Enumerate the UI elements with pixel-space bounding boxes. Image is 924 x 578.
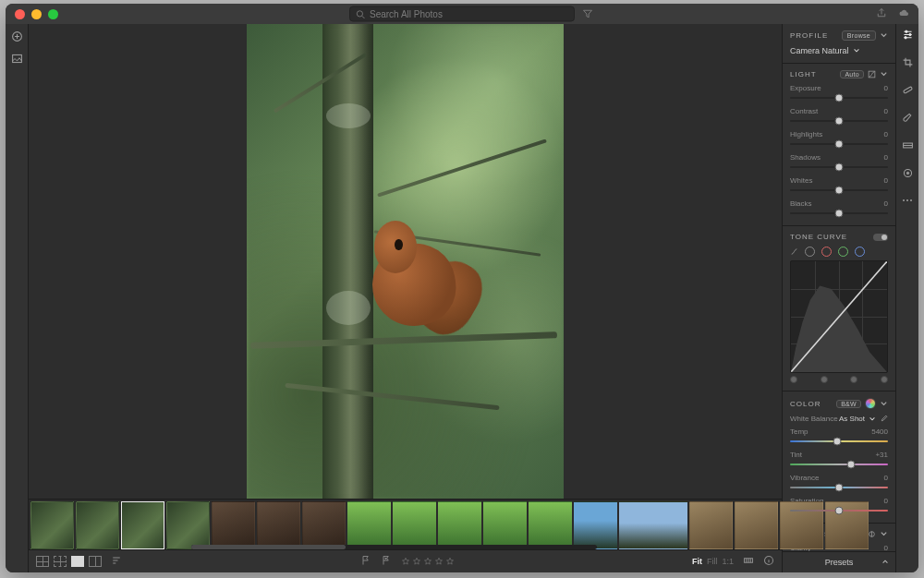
parametric-curve-icon[interactable]: [790, 247, 798, 256]
slider-whites[interactable]: [790, 186, 888, 195]
film-strip-icon: [743, 555, 754, 566]
more-tools-button[interactable]: [901, 194, 914, 207]
tonecurve-toggle[interactable]: [873, 234, 888, 241]
light-auto-button[interactable]: Auto: [840, 70, 864, 78]
thumbnail[interactable]: [483, 501, 527, 549]
brush-tool-button[interactable]: [901, 111, 914, 124]
thumbnail[interactable]: [302, 501, 346, 549]
chevron-down-icon[interactable]: [880, 70, 888, 78]
star-icon[interactable]: [445, 557, 455, 566]
star-icon[interactable]: [401, 557, 410, 566]
filmstrip[interactable]: [29, 499, 782, 549]
svg-point-9: [908, 33, 910, 35]
flag-pick-button[interactable]: [360, 555, 371, 568]
share-button[interactable]: [876, 7, 887, 20]
thumbnail[interactable]: [212, 501, 255, 549]
thumbnail[interactable]: [257, 501, 300, 549]
profile-value[interactable]: Camera Natural: [790, 46, 849, 55]
chevron-down-icon[interactable]: [880, 530, 888, 538]
slider-label-blacks: Blacks: [790, 199, 812, 208]
photo-grid-view-button[interactable]: [36, 556, 49, 567]
bottom-bar: Fit Fill 1:1: [29, 549, 782, 572]
thumbnail[interactable]: [166, 501, 210, 549]
thumbnail-selected[interactable]: [121, 501, 164, 549]
thumbnail[interactable]: [574, 501, 617, 549]
sort-icon: [111, 555, 122, 566]
tone-curve-editor[interactable]: [790, 260, 888, 373]
my-photos-button[interactable]: [10, 52, 23, 65]
eyedropper-icon[interactable]: [880, 415, 888, 423]
edit-tool-button[interactable]: [901, 28, 914, 41]
slider-shadows[interactable]: [790, 163, 888, 172]
detail-view-button[interactable]: [71, 556, 84, 567]
close-window-button[interactable]: [15, 9, 25, 19]
color-bw-button[interactable]: B&W: [836, 400, 861, 408]
crop-tool-button[interactable]: [901, 55, 914, 68]
slider-contrast[interactable]: [790, 116, 888, 126]
slider-highlights[interactable]: [790, 139, 888, 149]
thumbnail[interactable]: [619, 501, 687, 549]
split-tone-icon[interactable]: [868, 530, 876, 538]
thumbnail[interactable]: [30, 501, 74, 549]
chevron-down-icon[interactable]: [880, 31, 888, 40]
star-icon[interactable]: [434, 557, 444, 566]
curve-channel-green[interactable]: [838, 247, 848, 257]
chevron-down-icon[interactable]: [869, 415, 876, 423]
thumbnail[interactable]: [529, 501, 572, 549]
linear-gradient-tool-button[interactable]: [901, 138, 914, 151]
heal-tool-button[interactable]: [901, 83, 914, 96]
star-icon[interactable]: [423, 557, 432, 566]
thumbnail[interactable]: [689, 501, 733, 549]
info-button[interactable]: [763, 555, 774, 568]
zoom-window-button[interactable]: [48, 9, 58, 19]
white-balance-value[interactable]: As Shot: [839, 415, 865, 423]
color-mixer-button[interactable]: [865, 398, 876, 409]
presets-button[interactable]: Presets: [783, 551, 895, 572]
add-photos-button[interactable]: [10, 30, 23, 42]
curve-region-highlights[interactable]: [881, 376, 888, 383]
curve-channel-blue[interactable]: [855, 247, 865, 257]
slider-temp[interactable]: [790, 437, 888, 446]
filter-button[interactable]: [582, 4, 593, 24]
section-light-label: LIGHT: [790, 70, 817, 78]
curve-region-shadows[interactable]: [790, 376, 797, 383]
sort-button[interactable]: [111, 555, 122, 568]
chevron-down-icon[interactable]: [853, 47, 860, 54]
curve-channel-red[interactable]: [821, 247, 832, 257]
radial-gradient-tool-button[interactable]: [901, 166, 914, 179]
star-icon[interactable]: [412, 557, 421, 566]
thumbnail[interactable]: [76, 501, 119, 549]
square-grid-view-button[interactable]: [54, 556, 67, 567]
slider-saturation[interactable]: [790, 506, 888, 515]
thumbnail[interactable]: [438, 501, 481, 549]
profile-browse-button[interactable]: Browse: [842, 30, 876, 41]
film-toggle-button[interactable]: [743, 555, 754, 568]
sliders-icon: [902, 29, 914, 41]
curve-channel-lum[interactable]: [805, 247, 815, 257]
curve-region-darks[interactable]: [821, 376, 828, 383]
zoom-fill-button[interactable]: Fill: [707, 557, 718, 566]
flag-reject-button[interactable]: [381, 555, 392, 568]
zoom-fit-button[interactable]: Fit: [692, 557, 702, 566]
titlebar: Search All Photos: [6, 4, 918, 24]
compare-view-button[interactable]: [89, 556, 102, 567]
zoom-1to1-button[interactable]: 1:1: [723, 557, 735, 566]
traffic-lights: [6, 9, 58, 19]
slider-exposure[interactable]: [790, 93, 888, 102]
thumbnail[interactable]: [347, 501, 391, 549]
minimize-window-button[interactable]: [31, 9, 42, 19]
chevron-down-icon[interactable]: [880, 400, 888, 408]
slider-tint[interactable]: [790, 460, 888, 469]
slider-vibrance[interactable]: [790, 483, 888, 492]
filmstrip-scrollbar[interactable]: [191, 545, 597, 549]
svg-point-8: [905, 30, 906, 32]
image-canvas[interactable]: [29, 24, 782, 499]
slider-blacks[interactable]: [790, 209, 888, 218]
cloud-sync-button[interactable]: [898, 7, 909, 20]
thumbnail[interactable]: [735, 501, 778, 549]
curve-region-lights[interactable]: [850, 376, 857, 383]
tonecurve-icon[interactable]: [868, 70, 876, 78]
thumbnail[interactable]: [393, 501, 436, 549]
rating-stars[interactable]: [401, 557, 455, 566]
search-input[interactable]: Search All Photos: [349, 6, 575, 22]
